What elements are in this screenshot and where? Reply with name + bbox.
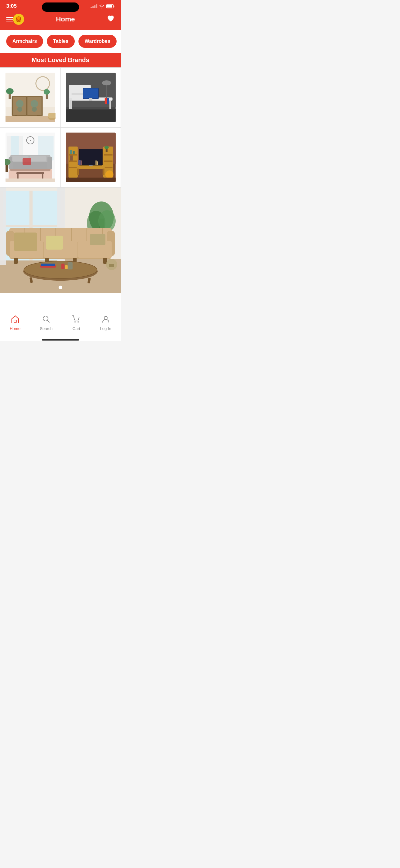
svg-point-13: [18, 107, 22, 112]
svg-rect-54: [23, 158, 31, 165]
nav-item-cart[interactable]: Cart: [72, 315, 80, 331]
svg-point-20: [44, 89, 50, 95]
svg-rect-1: [107, 5, 112, 8]
svg-point-136: [77, 321, 79, 322]
svg-rect-23: [48, 113, 56, 118]
svg-point-11: [16, 100, 24, 107]
header: Home: [0, 11, 121, 30]
svg-rect-132: [109, 264, 114, 267]
svg-point-12: [31, 100, 38, 107]
svg-rect-116: [46, 236, 63, 250]
svg-rect-68: [69, 150, 72, 154]
cart-icon: [72, 315, 80, 325]
svg-rect-74: [104, 167, 112, 168]
battery-icon: [106, 4, 115, 8]
user-icon: [102, 315, 110, 325]
svg-rect-65: [69, 154, 77, 156]
svg-rect-21: [6, 116, 55, 122]
svg-rect-84: [95, 160, 96, 165]
svg-rect-118: [14, 258, 18, 264]
svg-rect-39: [66, 109, 115, 122]
category-btn-armchairs[interactable]: Armchairs: [6, 35, 43, 48]
svg-rect-87: [77, 168, 79, 175]
svg-rect-82: [80, 160, 82, 165]
logo[interactable]: [13, 14, 24, 25]
nav-label-login: Log In: [100, 326, 111, 331]
status-bar: 3:05: [0, 0, 121, 11]
svg-rect-128: [68, 262, 72, 270]
svg-rect-88: [102, 168, 104, 175]
svg-point-18: [6, 88, 14, 94]
svg-rect-36: [107, 98, 109, 104]
svg-rect-96: [0, 187, 6, 265]
hamburger-menu[interactable]: [6, 17, 13, 22]
nav-label-search: Search: [40, 326, 53, 331]
signal-icon: [91, 4, 97, 8]
svg-rect-115: [14, 232, 37, 251]
svg-point-135: [74, 321, 76, 322]
brands-title: Most Loved Brands: [32, 57, 89, 63]
svg-point-137: [104, 316, 107, 319]
svg-rect-35: [104, 98, 107, 104]
svg-point-34: [102, 81, 111, 85]
banner-section[interactable]: [0, 187, 121, 293]
svg-rect-69: [72, 151, 74, 154]
svg-rect-73: [104, 160, 112, 162]
category-btn-tables[interactable]: Tables: [47, 35, 75, 48]
nav-label-cart: Cart: [72, 326, 80, 331]
brand-card-tvstand[interactable]: [61, 128, 121, 187]
svg-rect-70: [69, 156, 72, 160]
svg-rect-127: [65, 265, 68, 269]
svg-rect-37: [69, 100, 71, 110]
svg-rect-81: [78, 160, 80, 165]
svg-rect-125: [41, 264, 55, 266]
brand-card-sofa[interactable]: [0, 128, 61, 187]
banner-dot-indicator: [59, 286, 62, 289]
svg-rect-51: [47, 157, 52, 169]
svg-rect-33: [106, 84, 107, 99]
svg-point-76: [104, 146, 108, 149]
category-btn-wardrobes[interactable]: Wardrobes: [78, 35, 116, 48]
svg-rect-53: [30, 156, 46, 161]
home-indicator-bar: [42, 339, 79, 341]
svg-rect-30: [83, 88, 98, 99]
wishlist-button[interactable]: [107, 14, 115, 24]
svg-point-83: [105, 170, 113, 179]
svg-rect-32: [89, 98, 92, 101]
status-time: 3:05: [6, 3, 17, 9]
nav-item-search[interactable]: Search: [40, 315, 53, 331]
svg-rect-67: [69, 167, 77, 168]
brand-card-desk[interactable]: [61, 68, 121, 127]
svg-rect-117: [90, 234, 105, 245]
dynamic-island: [42, 2, 79, 12]
nav-item-login[interactable]: Log In: [100, 315, 111, 331]
svg-point-47: [30, 140, 31, 141]
page-title: Home: [24, 15, 107, 23]
svg-point-4: [17, 17, 20, 20]
svg-rect-95: [0, 225, 64, 227]
brand-card-cabinet[interactable]: [0, 68, 61, 127]
svg-rect-38: [109, 100, 111, 110]
banner-image: [0, 187, 121, 293]
svg-point-123: [24, 261, 97, 278]
svg-rect-79: [79, 149, 102, 165]
bottom-nav: Home Search Cart Log In: [0, 312, 121, 337]
svg-point-14: [32, 107, 37, 112]
home-indicator: [0, 337, 121, 341]
nav-label-home: Home: [10, 326, 21, 331]
brands-grid: [0, 67, 121, 187]
category-section: Armchairs Tables Wardrobes: [0, 30, 121, 53]
svg-rect-133: [14, 320, 16, 322]
brands-header: Most Loved Brands: [0, 53, 121, 67]
status-icons: [91, 4, 115, 8]
svg-rect-126: [61, 264, 65, 269]
svg-rect-61: [6, 179, 55, 182]
svg-rect-80: [89, 165, 92, 166]
wifi-icon: [99, 4, 104, 8]
home-icon: [11, 315, 20, 325]
svg-rect-66: [69, 160, 77, 162]
svg-rect-85: [97, 161, 98, 165]
svg-rect-40: [66, 109, 115, 110]
search-icon: [42, 315, 50, 325]
nav-item-home[interactable]: Home: [10, 315, 21, 331]
